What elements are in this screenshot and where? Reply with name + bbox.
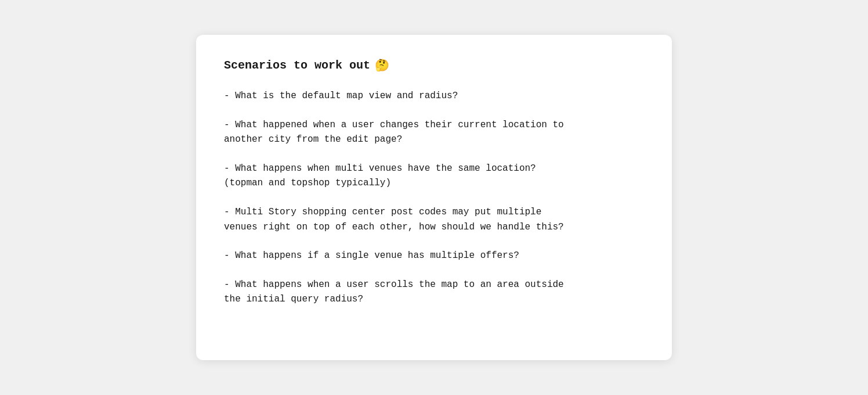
list-item: - What happened when a user changes thei… xyxy=(224,118,644,148)
item-1-text: - What is the default map view and radiu… xyxy=(224,91,458,101)
item-4-line2: venues right on top of each other, how s… xyxy=(224,222,564,232)
item-6-line1: - What happens when a user scrolls the m… xyxy=(224,279,564,290)
item-6-line2: the initial query radius? xyxy=(224,294,363,304)
card-title: Scenarios to work out 🤔 xyxy=(224,58,644,73)
content-card: Scenarios to work out 🤔 - What is the de… xyxy=(196,35,672,360)
item-2-line1: - What happened when a user changes thei… xyxy=(224,120,564,130)
item-3-line1: - What happens when multi venues have th… xyxy=(224,163,536,174)
list-item: - Multi Story shopping center post codes… xyxy=(224,205,644,235)
title-text: Scenarios to work out xyxy=(224,59,370,72)
list-item: - What happens when a user scrolls the m… xyxy=(224,278,644,307)
title-emoji: 🤔 xyxy=(375,58,389,73)
item-5-text: - What happens if a single venue has mul… xyxy=(224,250,519,261)
list-item: - What happens if a single venue has mul… xyxy=(224,249,644,264)
list-item: - What happens when multi venues have th… xyxy=(224,161,644,191)
item-3-line2: (topman and topshop typically) xyxy=(224,178,391,188)
item-4-line1: - Multi Story shopping center post codes… xyxy=(224,207,541,217)
list-item: - What is the default map view and radiu… xyxy=(224,89,644,104)
item-2-line2: another city from the edit page? xyxy=(224,134,402,145)
